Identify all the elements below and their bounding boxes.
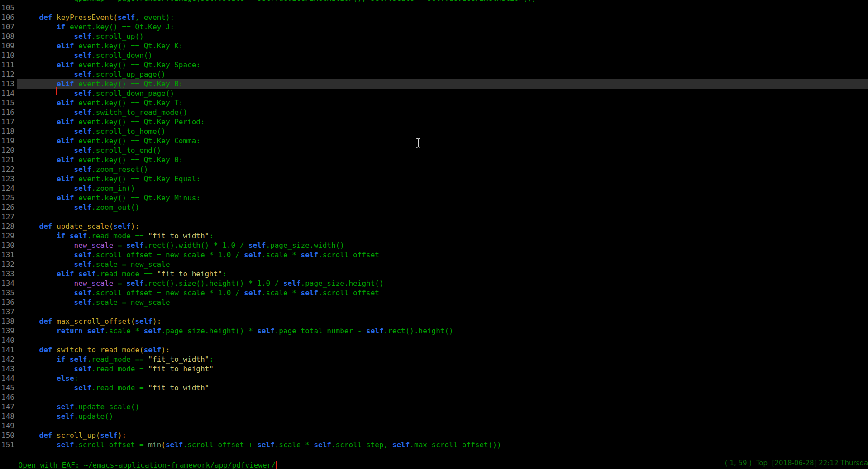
code-line[interactable]: 129 if self.read_mode == "fit_to_width": [0,231,868,241]
line-number: 136 [0,298,17,307]
code-line[interactable]: 138 def max_scroll_offset(self): [0,317,868,326]
line-number: 134 [0,279,17,288]
code-line[interactable]: 111 elif event.key() == Qt.Key_Space: [0,60,868,70]
code-line[interactable]: 133 elif self.read_mode == "fit_to_heigh… [0,269,868,279]
code-token: = [113,241,126,250]
code-token: self [74,184,92,193]
code-token: event.key() == Qt.Key_Period: [78,118,205,126]
code-line[interactable]: 149 [0,421,868,431]
code-text: elif event.key() == Qt.Key_Minus: [17,193,868,203]
code-text: elif event.key() == Qt.Key_0: [17,155,868,165]
code-line[interactable]: 139 return self.scale * self.page_size.h… [0,326,868,336]
code-text: self.scale = new_scale [17,298,868,307]
code-line[interactable]: 135 self.scroll_offset = new_scale * 1.0… [0,288,868,298]
code-token: self [74,165,92,174]
minibuffer[interactable]: Open with EAF: ~/emacs-application-frame… [0,450,868,469]
code-line[interactable]: 150 def scroll_up(self): [0,431,868,440]
code-token: = [113,279,126,288]
code-text: def scroll_up(self): [17,431,868,440]
code-line[interactable]: 146 [0,393,868,402]
code-token [22,165,74,174]
code-token: self [135,317,153,326]
code-line[interactable]: 107 if event.key() == Qt.Key_J: [0,22,868,32]
code-line[interactable]: 124 self.zoom_in() [0,184,868,193]
code-line[interactable]: 143 self.read_mode = "fit_to_height" [0,364,868,374]
code-line[interactable]: 151 self.scroll_offset = min(self.scroll… [0,440,868,450]
code-line[interactable]: 115 elif event.key() == Qt.Key_T: [0,98,868,108]
code-token: self [283,279,301,288]
code-text [17,3,868,13]
code-token: ( [161,441,166,449]
code-editor[interactable]: qpixmap = page.renderToImage(self.scale … [0,0,868,450]
code-token: self [248,241,266,250]
code-line[interactable]: 131 self.scroll_offset = new_scale * 1.0… [0,250,868,260]
line-number: 130 [0,241,17,250]
code-line[interactable]: 126 self.zoom_out() [0,203,868,212]
code-line[interactable]: 110 self.scroll_down() [0,51,868,60]
code-line[interactable]: 109 elif event.key() == Qt.Key_K: [0,41,868,51]
code-line[interactable]: 118 self.scroll_to_home() [0,127,868,136]
code-token: self [74,32,92,41]
code-line[interactable]: 120 self.scroll_to_end() [0,146,868,155]
code-token: self [100,431,118,440]
code-token [22,279,74,288]
code-text: self.scroll_up() [17,32,868,41]
code-line[interactable]: 106 def keyPressEvent(self, event): [0,13,868,22]
code-line[interactable]: 108 self.scroll_up() [0,32,868,41]
code-token: self [301,289,319,297]
code-token: .scroll_to_home() [91,127,166,136]
code-line[interactable]: 136 self.scale = new_scale [0,298,868,307]
code-token: ( [96,431,100,440]
code-token: .scale * [275,441,314,449]
code-line[interactable]: 134 new_scale = self.rect().size().heigh… [0,279,868,288]
code-line[interactable]: 140 [0,336,868,345]
line-number: 132 [0,260,17,269]
code-text: def switch_to_read_mode(self): [17,345,868,355]
code-line[interactable]: 145 self.read_mode = "fit_to_width" [0,383,868,393]
code-line[interactable]: 141 def switch_to_read_mode(self): [0,345,868,355]
code-line[interactable]: 130 new_scale = self.rect().width() * 1.… [0,241,868,250]
code-line[interactable]: 148 self.update() [0,412,868,421]
code-token [22,184,74,193]
code-line[interactable]: 127 [0,212,868,222]
code-text: self.zoom_out() [17,203,868,212]
code-line[interactable]: 125 elif event.key() == Qt.Key_Minus: [0,193,868,203]
code-line[interactable]: 114 self.scroll_down_page() [0,89,868,98]
code-line[interactable]: 142 if self.read_mode == "fit_to_width": [0,355,868,364]
text-cursor [276,461,277,469]
code-token: self [74,260,92,269]
code-token: ( [113,13,118,22]
code-line[interactable]: 137 [0,307,868,317]
code-token: .scroll_offset = [74,441,148,449]
code-line[interactable]: 122 self.zoom_reset() [0,165,868,174]
code-token: .zoom_in() [91,184,135,193]
code-token: min [148,441,161,449]
code-line[interactable]: 119 elif event.key() == Qt.Key_Comma: [0,136,868,146]
code-line[interactable]: 121 elif event.key() == Qt.Key_0: [0,155,868,165]
code-line[interactable]: 113 elif event.key() == Qt.Key_B: [0,79,868,89]
code-token [22,270,57,278]
code-token [22,317,39,326]
code-line[interactable]: 144 else: [0,374,868,383]
code-token: return [57,327,87,335]
code-token: self [244,251,262,259]
code-line[interactable]: 117 elif event.key() == Qt.Key_Period: [0,117,868,127]
code-line[interactable]: 123 elif event.key() == Qt.Key_Equal: [0,174,868,184]
code-line[interactable]: 105 [0,3,868,13]
line-number: 116 [0,108,17,117]
code-line[interactable]: 132 self.scale = new_scale [0,260,868,269]
code-line[interactable]: 112 self.scroll_up_page() [0,70,868,79]
minibuffer-input[interactable]: ~/emacs-application-framework/app/pdfvie… [84,461,276,469]
code-token: self [392,441,410,449]
code-line[interactable]: 116 self.switch_to_read_mode() [0,108,868,117]
code-text [17,307,868,317]
code-line[interactable]: 147 self.update_scale() [0,402,868,412]
code-token: .read_mode = [91,384,148,392]
code-line[interactable]: 128 def update_scale(self): [0,222,868,231]
code-token: ): [161,346,170,354]
code-token: .scroll_to_end() [91,146,161,155]
code-token [22,441,57,449]
code-token: elif [57,175,78,183]
code-token: self [70,355,87,364]
line-number: 123 [0,174,17,184]
